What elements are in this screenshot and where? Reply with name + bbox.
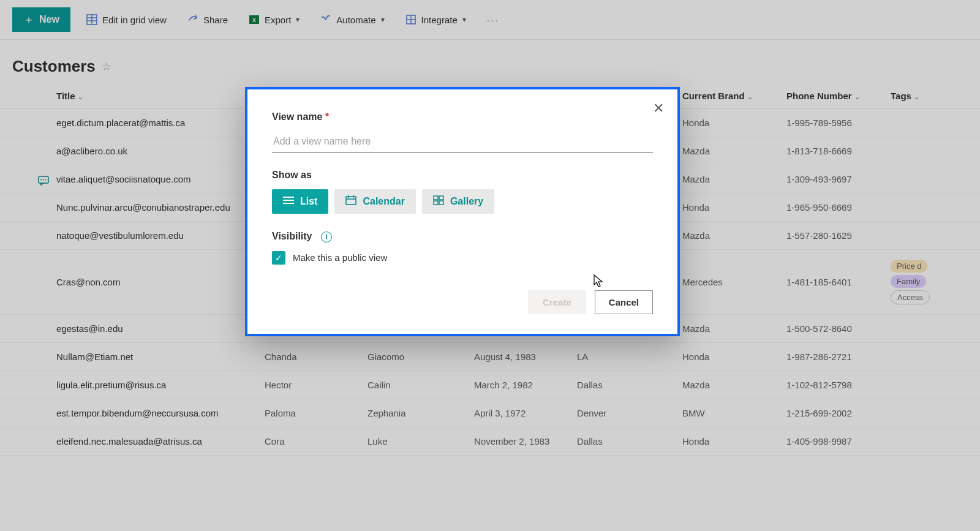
public-view-label: Make this a public view	[293, 252, 387, 263]
show-as-list-label: List	[300, 196, 317, 207]
show-as-gallery-button[interactable]: Gallery	[422, 189, 494, 214]
calendar-icon	[345, 195, 356, 208]
svg-rect-23	[439, 201, 443, 205]
show-as-label: Show as	[272, 170, 653, 181]
list-icon	[283, 196, 294, 207]
svg-rect-22	[434, 201, 438, 205]
svg-rect-20	[434, 196, 438, 200]
show-as-calendar-label: Calendar	[363, 196, 404, 207]
close-icon[interactable]: ✕	[653, 100, 664, 116]
view-name-label: View name *	[272, 111, 653, 122]
visibility-label: Visibility i	[272, 231, 653, 243]
show-as-list-button[interactable]: List	[272, 189, 328, 214]
required-mark: *	[325, 111, 329, 122]
show-as-calendar-button[interactable]: Calendar	[334, 189, 415, 214]
info-icon[interactable]: i	[321, 232, 332, 243]
create-button[interactable]: Create	[528, 290, 586, 314]
view-name-input[interactable]	[272, 131, 653, 153]
gallery-icon	[433, 195, 444, 208]
cancel-button[interactable]: Cancel	[595, 290, 653, 314]
public-view-checkbox[interactable]: ✓	[272, 251, 285, 265]
svg-rect-21	[439, 196, 443, 200]
create-view-dialog: ✕ View name * Show as List Calendar	[245, 87, 680, 336]
show-as-gallery-label: Gallery	[450, 196, 483, 207]
svg-rect-16	[346, 197, 356, 205]
